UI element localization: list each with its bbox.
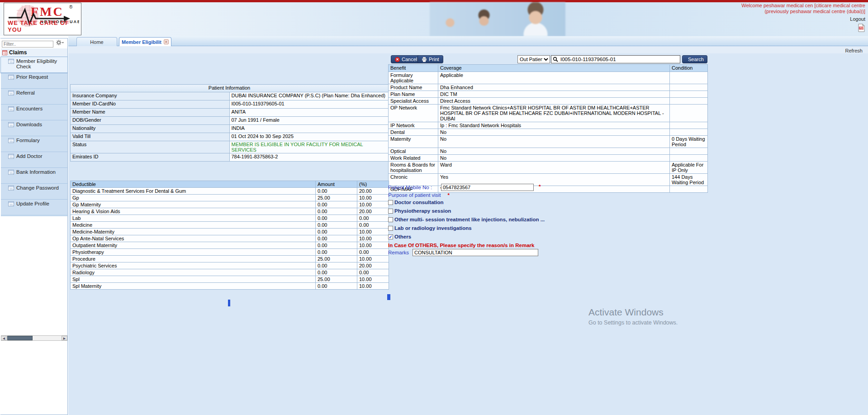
scroll-left-arrow-icon[interactable]: ◀: [1, 336, 7, 340]
table-row: Physiotherapy 0.00 0.00: [71, 249, 389, 256]
sidebar-item-add-doctor[interactable]: Add Doctor: [1, 152, 67, 168]
sidebar-item-formulary[interactable]: Formulary: [1, 136, 67, 152]
sidebar-item-update-profile[interactable]: Update Profile: [1, 200, 67, 215]
table-row: Procedure 25.00 10.00: [71, 256, 389, 262]
close-tab-icon[interactable]: ✕: [164, 39, 169, 44]
patient-info-value: 784-1991-8375863-2: [229, 153, 389, 162]
search-label: Search: [688, 57, 704, 62]
condition-cell: [670, 72, 708, 84]
percent-cell: 0.00: [357, 249, 389, 256]
cancel-label: Cancel: [402, 57, 417, 62]
sidebar-item-label: Prior Request: [16, 74, 48, 80]
sidebar-item-change-password[interactable]: Change Password: [1, 184, 67, 200]
doctor-consultation-checkbox[interactable]: [388, 200, 393, 205]
option-others: Others: [388, 234, 411, 239]
sidebar-item-encounters[interactable]: Encounters: [1, 105, 67, 120]
patient-info-value: DUBAI INSURANCE COMPANY (P.S.C) (Plan Na…: [229, 92, 389, 100]
amount-cell: 25.00: [316, 256, 357, 262]
patient-info-value: 07 Jun 1991 / Female: [229, 117, 389, 125]
text-cursor-mark: [387, 294, 390, 300]
patient-info-label: Member Name: [71, 109, 230, 117]
form-icon: [8, 91, 14, 95]
tab-home[interactable]: Home: [76, 37, 117, 46]
remarks-input[interactable]: [413, 249, 538, 256]
pdf-export-icon[interactable]: PDF: [858, 24, 865, 34]
deductible-table: Deductible Amount (%) Diagnostic & Treat…: [70, 181, 389, 290]
form-icon: [8, 186, 14, 191]
table-row: Valid Till 01 Oct 2024 to 30 Sep 2025: [71, 133, 389, 141]
tab-member-eligibility[interactable]: Member Eligibilit ✕: [119, 37, 171, 46]
patient-info-title: Patient Information: [71, 85, 389, 92]
percent-cell: 10.00: [357, 256, 389, 262]
condition-cell: [670, 105, 708, 122]
filter-options-button[interactable]: [55, 39, 65, 47]
content-panel: ✕ Cancel Print Out Patient: [68, 53, 868, 415]
table-row: OP Network Fmc Standard Network Clinics+…: [389, 105, 708, 122]
banner-people-photo: [430, 2, 565, 36]
mobile-input[interactable]: [441, 184, 534, 191]
condition-header: Condition: [670, 65, 708, 72]
deductible-name-cell: Psychiatric Services: [71, 262, 316, 269]
scroll-right-arrow-icon[interactable]: ▶: [62, 336, 67, 340]
coverage-cell: Dha Enhanced: [438, 84, 670, 91]
refresh-link[interactable]: Refresh: [845, 48, 863, 53]
logout-link[interactable]: Logout: [850, 16, 865, 22]
sidebar-item-downloads[interactable]: Downloads: [1, 120, 67, 136]
print-button[interactable]: Print: [417, 55, 443, 63]
app-window: FMC ® NETWORK UAE WE TAKE CARE OF YOU We…: [0, 0, 868, 415]
others-checkbox[interactable]: [388, 234, 393, 239]
others-instruction-note: In Case Of OTHERS, Please specify the re…: [388, 243, 534, 248]
form-icon: [8, 138, 14, 143]
coverage-cell: No: [438, 129, 670, 136]
patient-information-table: Patient Information Insurance Company DU…: [70, 84, 389, 162]
deductible-name-cell: Gp: [71, 195, 316, 201]
deductible-name-cell: Spl Maternity: [71, 283, 316, 290]
option-label: Physiotherapy session: [394, 208, 451, 214]
member-search-input[interactable]: [560, 56, 678, 62]
sidebar-item-referral[interactable]: Referral: [1, 89, 67, 105]
condition-cell: [670, 155, 708, 162]
other-multi-session-checkbox[interactable]: [388, 217, 393, 222]
search-button[interactable]: Search: [682, 55, 707, 63]
benefit-cell: Dental: [389, 129, 438, 136]
physiotherapy-session-checkbox[interactable]: [388, 209, 393, 214]
option-label: Other multi- session treatment like inje…: [394, 217, 545, 222]
coverage-cell: Fmc Standard Network Clinics+ASTER HOSPI…: [438, 105, 670, 122]
form-icon: [8, 122, 14, 127]
visit-type-select[interactable]: Out Patient: [517, 55, 550, 63]
claims-grid-icon: [2, 50, 7, 55]
condition-cell: Applicable For IP Only: [670, 162, 708, 174]
sidebar-item-member-eligibility-check[interactable]: Member Eligibility Check: [1, 57, 67, 73]
eligibility-status-value: MEMBER IS ELIGIBLE IN YOUR FACILITY FOR …: [229, 141, 389, 153]
scrollbar-thumb[interactable]: [7, 336, 33, 340]
form-icon: [8, 75, 14, 80]
percent-cell: 20.00: [357, 262, 389, 269]
sidebar-item-label: Downloads: [16, 122, 42, 127]
coverage-cell: No: [438, 136, 670, 148]
tab-bar: Home Member Eligibilit ✕: [68, 36, 868, 46]
deductible-name-cell: Medicine-Maternity: [71, 229, 316, 235]
benefit-cell: Optical: [389, 148, 438, 155]
percent-cell: 0.00: [357, 222, 389, 229]
benefit-cell: Rooms & Boards for hospitalisation: [389, 162, 438, 174]
amount-cell: 0.00: [316, 242, 357, 249]
sidebar-horizontal-scrollbar[interactable]: ◀ ▶: [1, 335, 67, 341]
sidebar-item-bank-information[interactable]: Bank Information: [1, 168, 67, 184]
option-doctor-consultation: Doctor consultation: [388, 200, 444, 205]
percent-cell: 10.00: [357, 195, 389, 201]
table-row: Lab 0.00 0.00: [71, 215, 389, 222]
amount-cell: 25.00: [316, 276, 357, 283]
patient-info-label: Member ID-CardNo: [71, 100, 230, 109]
deductible-name-cell: Physiotherapy: [71, 249, 316, 256]
option-label: Doctor consultation: [394, 200, 444, 205]
cancel-button[interactable]: ✕ Cancel: [391, 55, 421, 63]
table-row: Patient Information: [71, 85, 389, 92]
table-row: Psychiatric Services 0.00 20.00: [71, 262, 389, 269]
patient-info-value: I005-010-119379605-01: [229, 100, 389, 109]
sidebar-item-prior-request[interactable]: Prior Request: [1, 73, 67, 89]
table-row: Member ID-CardNo I005-010-119379605-01: [71, 100, 389, 109]
lab-or-radiology-checkbox[interactable]: [388, 226, 393, 231]
table-row: Member Name ANITA: [71, 109, 389, 117]
sidebar-item-label: Referral: [16, 90, 35, 95]
filter-input[interactable]: [2, 41, 53, 48]
